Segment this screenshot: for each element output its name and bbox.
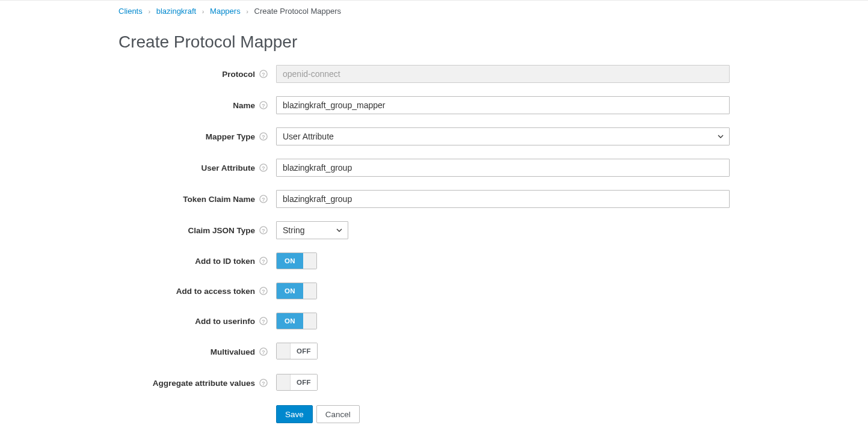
protocol-input	[276, 65, 730, 83]
svg-text:?: ?	[262, 380, 265, 387]
help-icon[interactable]: ?	[259, 257, 268, 266]
toggle-on-label: ON	[277, 313, 303, 329]
aggregate-toggle[interactable]: OFF	[276, 374, 318, 391]
label-mapper-type: Mapper Type	[206, 132, 255, 141]
svg-text:?: ?	[262, 134, 265, 140]
label-user-attribute: User Attribute	[201, 163, 255, 173]
label-add-id-token: Add to ID token	[195, 257, 255, 266]
label-aggregate: Aggregate attribute values	[153, 379, 255, 388]
multivalued-toggle[interactable]: OFF	[276, 343, 318, 359]
svg-text:?: ?	[262, 228, 265, 234]
label-claim-json-type: Claim JSON Type	[188, 226, 255, 235]
toggle-off-label: OFF	[290, 343, 317, 359]
help-icon[interactable]: ?	[259, 163, 268, 173]
breadcrumb-mappers[interactable]: Mappers	[210, 7, 241, 16]
page-title: Create Protocol Mapper	[0, 16, 868, 65]
form: Protocol ? Name ? Mapper Type	[0, 65, 868, 423]
svg-text:?: ?	[262, 258, 265, 264]
toggle-off-label	[303, 253, 316, 269]
help-icon[interactable]: ?	[259, 226, 268, 235]
help-icon[interactable]: ?	[259, 132, 268, 141]
svg-text:?: ?	[262, 319, 265, 325]
name-input[interactable]	[276, 96, 730, 114]
breadcrumb-client-name[interactable]: blazingkraft	[156, 7, 196, 16]
add-id-token-toggle[interactable]: ON	[276, 252, 317, 269]
help-icon[interactable]: ?	[259, 287, 268, 296]
breadcrumb-current: Create Protocol Mappers	[254, 7, 342, 16]
label-protocol: Protocol	[222, 70, 255, 79]
label-name: Name	[233, 101, 255, 110]
svg-text:?: ?	[262, 72, 265, 78]
help-icon[interactable]: ?	[259, 379, 268, 388]
label-add-access-token: Add to access token	[176, 287, 255, 296]
claim-json-type-select[interactable]: String	[276, 221, 348, 239]
save-button[interactable]: Save	[276, 405, 313, 423]
add-access-token-toggle[interactable]: ON	[276, 283, 317, 299]
help-icon[interactable]: ?	[259, 70, 268, 79]
svg-text:?: ?	[262, 349, 265, 355]
toggle-off-label	[303, 313, 316, 329]
token-claim-name-input[interactable]	[276, 190, 730, 208]
help-icon[interactable]: ?	[259, 101, 268, 110]
label-multivalued: Multivalued	[211, 347, 255, 356]
chevron-right-icon: ›	[199, 8, 208, 15]
toggle-on-label: ON	[277, 283, 303, 299]
toggle-on-label	[277, 343, 290, 359]
cancel-button[interactable]: Cancel	[316, 405, 360, 423]
chevron-right-icon: ›	[242, 8, 252, 15]
add-userinfo-toggle[interactable]: ON	[276, 313, 317, 329]
svg-text:?: ?	[262, 197, 265, 203]
breadcrumb: Clients › blazingkraft › Mappers › Creat…	[0, 1, 868, 16]
label-token-claim-name: Token Claim Name	[183, 195, 255, 204]
toggle-on-label	[277, 374, 290, 390]
help-icon[interactable]: ?	[259, 195, 268, 204]
toggle-off-label: OFF	[290, 374, 317, 390]
svg-text:?: ?	[262, 289, 265, 295]
user-attribute-input[interactable]	[276, 159, 730, 177]
mapper-type-select[interactable]: User Attribute	[276, 127, 730, 145]
label-add-userinfo: Add to userinfo	[195, 317, 255, 326]
toggle-on-label: ON	[277, 253, 303, 269]
svg-text:?: ?	[262, 165, 265, 171]
breadcrumb-clients[interactable]: Clients	[119, 7, 143, 16]
toggle-off-label	[303, 283, 316, 299]
help-icon[interactable]: ?	[259, 347, 268, 356]
chevron-right-icon: ›	[144, 8, 154, 15]
svg-text:?: ?	[262, 103, 265, 109]
help-icon[interactable]: ?	[259, 317, 268, 326]
